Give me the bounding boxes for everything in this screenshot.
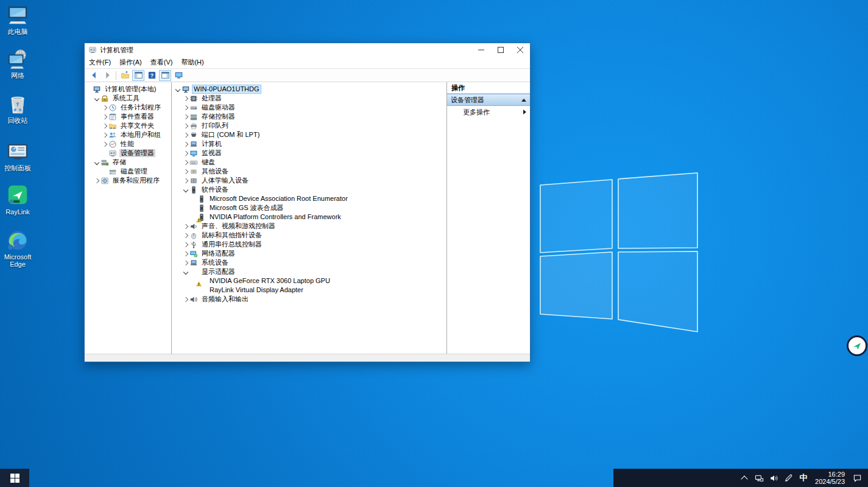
device-tree-item[interactable]: NVIDIA GeForce RTX 3060 Laptop GPU <box>174 276 446 286</box>
pen-tray-icon[interactable] <box>781 469 796 487</box>
desktop-icon-edge[interactable]: Microsoft Edge <box>0 229 35 268</box>
expand-chevron-icon[interactable] <box>102 141 107 146</box>
console-tree-item[interactable]: 磁盘管理 <box>85 167 171 176</box>
back-icon[interactable] <box>88 70 100 81</box>
expand-chevron-icon[interactable] <box>183 96 188 100</box>
minimize-button[interactable] <box>471 43 491 57</box>
expand-chevron-icon[interactable] <box>183 132 188 137</box>
desktop-icon-recycle-bin[interactable]: 回收站 <box>0 93 35 124</box>
taskbar-clock[interactable]: 16:29 2024/5/23 <box>811 471 850 485</box>
expand-chevron-icon[interactable] <box>183 150 188 155</box>
console-tree-item[interactable]: 共享文件夹 <box>85 121 171 130</box>
network-tray-icon[interactable] <box>752 469 766 487</box>
device-tree-item[interactable]: 音频输入和输出 <box>174 295 446 304</box>
raylink-floating-button[interactable] <box>847 335 867 356</box>
device-tree-item[interactable]: 监视器 <box>174 149 446 158</box>
expand-chevron-icon[interactable] <box>183 141 188 146</box>
console-tree-item[interactable]: 服务和应用程序 <box>85 176 171 185</box>
device-tree-item[interactable]: 磁盘驱动器 <box>174 103 446 112</box>
device-tree-item[interactable]: 计算机 <box>174 139 446 149</box>
ime-indicator[interactable]: 中 <box>796 472 811 483</box>
console-tree-item[interactable]: 系统工具 <box>85 94 171 103</box>
desktop-icon-control-panel[interactable]: 控制面板 <box>0 140 35 172</box>
action-center-button[interactable] <box>850 469 864 487</box>
collapse-chevron-icon[interactable] <box>175 86 180 91</box>
device-tree-item[interactable]: 存储控制器 <box>174 112 446 121</box>
expand-chevron-icon[interactable] <box>183 178 188 183</box>
console-tree-label: 性能 <box>119 140 135 148</box>
console-tree-item[interactable]: 计算机管理(本地) <box>85 85 171 94</box>
menu-文件[interactable]: 文件(F) <box>85 57 115 68</box>
expand-chevron-icon[interactable] <box>183 233 188 237</box>
actions-device-manager-item[interactable]: 设备管理器 <box>447 94 530 106</box>
expand-chevron-icon[interactable] <box>102 105 107 110</box>
device-tree-item[interactable]: NVIDIA Platform Controllers and Framewor… <box>174 212 446 222</box>
expand-chevron-icon[interactable] <box>183 242 188 247</box>
device-tree-item[interactable]: 打印队列 <box>174 121 446 130</box>
expand-chevron-icon[interactable] <box>183 114 188 119</box>
device-tree-item[interactable]: 其他设备 <box>174 167 446 176</box>
device-tree-item[interactable]: Microsoft GS 波表合成器 <box>174 203 446 212</box>
console-tree-item[interactable]: 任务计划程序 <box>85 103 171 112</box>
device-tree-label: 显示适配器 <box>200 268 236 276</box>
collapse-chevron-icon[interactable] <box>183 269 188 274</box>
volume-tray-icon[interactable] <box>766 469 781 487</box>
device-tree-item[interactable]: 显示适配器 <box>174 267 446 276</box>
display-icon[interactable] <box>172 70 185 81</box>
collapse-arrow-icon[interactable] <box>521 99 526 102</box>
collapse-chevron-icon[interactable] <box>94 159 99 164</box>
device-tree-item[interactable]: 人体学输入设备 <box>174 176 446 185</box>
start-button[interactable] <box>0 469 29 487</box>
maximize-button[interactable] <box>491 43 510 57</box>
expand-chevron-icon[interactable] <box>94 178 99 183</box>
help-icon[interactable] <box>146 70 158 81</box>
device-tree-item[interactable]: Microsoft Device Association Root Enumer… <box>174 194 446 203</box>
expand-chevron-icon[interactable] <box>183 159 188 164</box>
desktop-icon-raylink[interactable]: RayLink <box>0 184 35 215</box>
menu-帮助[interactable]: 帮助(H) <box>177 57 208 68</box>
action-pane-icon[interactable] <box>159 70 171 81</box>
device-tree-item[interactable]: RayLink Virtual Display Adapter <box>174 286 446 295</box>
device-tree-label: RayLink Virtual Display Adapter <box>208 286 305 294</box>
menu-查看[interactable]: 查看(V) <box>146 57 177 68</box>
more-actions-item[interactable]: 更多操作 <box>447 106 530 118</box>
expand-chevron-icon[interactable] <box>183 260 188 265</box>
storage-icon <box>189 113 198 121</box>
console-tree-item[interactable]: 存储 <box>85 158 171 167</box>
collapse-chevron-icon[interactable] <box>183 187 188 192</box>
console-tree-icon[interactable] <box>132 70 144 81</box>
desktop-icon-this-pc[interactable]: 此电脑 <box>0 4 35 35</box>
app-icon <box>88 46 97 54</box>
expand-chevron-icon[interactable] <box>102 114 107 119</box>
console-tree-item[interactable]: 事件查看器 <box>85 112 171 121</box>
expand-chevron-icon[interactable] <box>183 223 188 228</box>
expand-chevron-icon[interactable] <box>183 105 188 110</box>
device-tree-item[interactable]: 软件设备 <box>174 185 446 194</box>
device-tree-item[interactable]: 端口 (COM 和 LPT) <box>174 130 446 139</box>
device-tree-item[interactable]: WIN-0PUAO1UTHDG <box>174 85 446 94</box>
device-tree-item[interactable]: 键盘 <box>174 158 446 167</box>
console-tree-item[interactable]: 设备管理器 <box>85 149 171 158</box>
device-tree-item[interactable]: 系统设备 <box>174 258 446 267</box>
menu-操作[interactable]: 操作(A) <box>115 57 146 68</box>
titlebar[interactable]: 计算机管理 <box>85 43 530 57</box>
device-tree-item[interactable]: 网络适配器 <box>174 249 446 258</box>
expand-chevron-icon[interactable] <box>102 132 107 137</box>
console-tree-item[interactable]: 本地用户和组 <box>85 130 171 139</box>
expand-chevron-icon[interactable] <box>183 251 188 256</box>
collapse-chevron-icon[interactable] <box>94 96 99 100</box>
close-button[interactable] <box>510 43 530 57</box>
device-tree-item[interactable]: 处理器 <box>174 94 446 103</box>
console-tree-item[interactable]: 性能 <box>85 139 171 149</box>
expand-chevron-icon[interactable] <box>102 123 107 128</box>
device-tree-item[interactable]: 通用串行总线控制器 <box>174 240 446 249</box>
expand-chevron-icon[interactable] <box>183 123 188 128</box>
device-tree-item[interactable]: 声音、视频和游戏控制器 <box>174 222 446 231</box>
up-level-icon[interactable] <box>119 70 131 81</box>
expand-chevron-icon[interactable] <box>183 296 188 301</box>
forward-icon[interactable] <box>101 70 113 81</box>
tray-expand-button[interactable] <box>737 469 752 487</box>
device-tree-item[interactable]: 鼠标和其他指针设备 <box>174 231 446 240</box>
desktop-icon-network[interactable]: 网络 <box>0 47 35 79</box>
expand-chevron-icon[interactable] <box>183 169 188 173</box>
